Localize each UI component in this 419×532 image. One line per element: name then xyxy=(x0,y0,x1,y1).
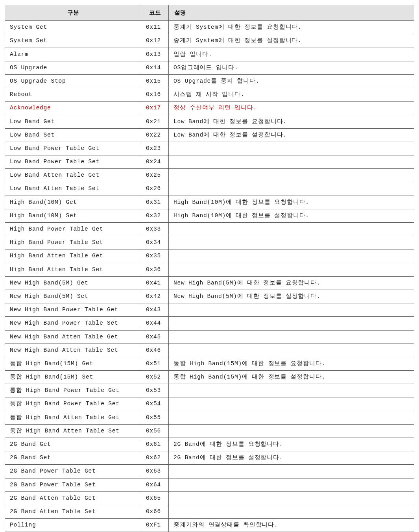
cell-code: 0x24 xyxy=(141,155,169,169)
cell-desc xyxy=(169,424,414,438)
table-row: New High Band(5M) Set0x42New High Band(5… xyxy=(5,290,414,303)
cell-gubun: New High Band Atten Table Get xyxy=(5,330,141,344)
table-row: High Band(10M) Get0x31High Band(10M)에 대한… xyxy=(5,196,414,209)
cell-code: 0x22 xyxy=(141,128,169,142)
cell-code: 0x55 xyxy=(141,411,169,424)
table-row: 2G Band Get0x612G Band에 대한 정보를 요청합니다. xyxy=(5,438,414,451)
cell-gubun: 통합 High Band(15M) Get xyxy=(5,357,141,370)
cell-code: 0x34 xyxy=(141,236,169,249)
cell-code: 0x61 xyxy=(141,438,169,451)
cell-desc xyxy=(169,263,414,276)
cell-code: 0x56 xyxy=(141,424,169,438)
cell-gubun: Acknowledge xyxy=(5,102,141,115)
cell-code: 0x33 xyxy=(141,223,169,236)
table-row: 2G Band Atten Table Set0x66 xyxy=(5,505,414,518)
table-row: High Band Power Table Set0x34 xyxy=(5,236,414,249)
cell-gubun: 통합 High Band Power Table Get xyxy=(5,384,141,397)
table-row: 통합 High Band(15M) Get0x51통합 High Band(15… xyxy=(5,357,414,370)
table-row: Low Band Get0x21Low Band에 대한 정보를 요청합니다. xyxy=(5,115,414,128)
cell-code: 0x52 xyxy=(141,371,169,384)
cell-code: 0x44 xyxy=(141,317,169,330)
table-row: 통합 High Band Atten Table Get0x55 xyxy=(5,411,414,424)
cell-desc: 중계기 System에 대한 정보를 요청합니다. xyxy=(169,21,414,34)
cell-gubun: New High Band(5M) Set xyxy=(5,290,141,303)
cell-desc xyxy=(169,330,414,344)
table-row: OS Upgrade Stop0x15OS Upgrade를 중지 합니다. xyxy=(5,74,414,88)
table-row: High Band Atten Table Get0x35 xyxy=(5,249,414,263)
cell-desc xyxy=(169,249,414,263)
cell-code: 0x53 xyxy=(141,384,169,397)
table-row: OS Upgrade0x14OS업그레이드 입니다. xyxy=(5,61,414,74)
cell-code: 0x42 xyxy=(141,290,169,303)
cell-gubun: Low Band Atten Table Get xyxy=(5,169,141,182)
table-row: New High Band Atten Table Get0x45 xyxy=(5,330,414,344)
cell-code: 0x46 xyxy=(141,344,169,357)
cell-desc: OS Upgrade를 중지 합니다. xyxy=(169,74,414,88)
cell-desc xyxy=(169,142,414,155)
cell-code: 0x25 xyxy=(141,169,169,182)
cell-desc xyxy=(169,169,414,182)
header-row: 구분 코드 설명 xyxy=(5,5,414,21)
cell-gubun: New High Band Power Table Set xyxy=(5,317,141,330)
cell-desc xyxy=(169,236,414,249)
cell-desc xyxy=(169,344,414,357)
table-row: High Band Power Table Get0x33 xyxy=(5,223,414,236)
table-row: 통합 High Band Power Table Get0x53 xyxy=(5,384,414,397)
cell-code: 0x62 xyxy=(141,451,169,465)
cell-gubun: 2G Band Atten Table Set xyxy=(5,505,141,518)
cell-gubun: System Set xyxy=(5,34,141,48)
cell-gubun: Low Band Power Table Set xyxy=(5,155,141,169)
cell-code: 0x23 xyxy=(141,142,169,155)
cell-gubun: Reboot xyxy=(5,88,141,102)
cell-code: 0x45 xyxy=(141,330,169,344)
cell-code: 0x31 xyxy=(141,196,169,209)
table-row: 2G Band Power Table Get0x63 xyxy=(5,465,414,478)
header-desc: 설명 xyxy=(169,5,414,21)
cell-gubun: System Get xyxy=(5,21,141,34)
cell-gubun: High Band Atten Table Set xyxy=(5,263,141,276)
cell-gubun: High Band(10M) Get xyxy=(5,196,141,209)
table-row: Polling0xF1중계기와의 연결상태를 확인합니다. xyxy=(5,519,414,532)
table-row: Reboot0x16시스템 재 시작 입니다. xyxy=(5,88,414,102)
cell-desc: Low Band에 대한 정보를 요청합니다. xyxy=(169,115,414,128)
cell-gubun: Polling xyxy=(5,519,141,532)
cell-code: 0x35 xyxy=(141,249,169,263)
cell-desc: 정상 수신여부 리턴 입니다. xyxy=(169,102,414,115)
cell-gubun: 2G Band Power Table Set xyxy=(5,478,141,491)
table-row: 통합 High Band Power Table Set0x54 xyxy=(5,397,414,411)
cell-desc: Low Band에 대한 정보를 설정합니다. xyxy=(169,128,414,142)
table-row: Alarm0x13알람 입니다. xyxy=(5,48,414,61)
cell-desc: High Band(10M)에 대한 정보를 요청합니다. xyxy=(169,196,414,209)
table-row: System Get0x11중계기 System에 대한 정보를 요청합니다. xyxy=(5,21,414,34)
table-row: Low Band Set0x22Low Band에 대한 정보를 설정합니다. xyxy=(5,128,414,142)
cell-gubun: High Band(10M) Set xyxy=(5,209,141,222)
cell-code: 0x66 xyxy=(141,505,169,518)
cell-code: 0xF1 xyxy=(141,519,169,532)
cell-code: 0x36 xyxy=(141,263,169,276)
table-row: Low Band Power Table Get0x23 xyxy=(5,142,414,155)
cell-gubun: 통합 High Band Atten Table Set xyxy=(5,424,141,438)
cell-desc xyxy=(169,317,414,330)
cell-gubun: New High Band(5M) Get xyxy=(5,276,141,290)
cell-code: 0x54 xyxy=(141,397,169,411)
cell-gubun: Low Band Power Table Get xyxy=(5,142,141,155)
cell-code: 0x65 xyxy=(141,491,169,505)
cell-gubun: Low Band Atten Table Set xyxy=(5,182,141,196)
page: 구분 코드 설명 System Get0x11중계기 System에 대한 정보… xyxy=(0,0,419,532)
cell-code: 0x26 xyxy=(141,182,169,196)
cell-gubun: Low Band Get xyxy=(5,115,141,128)
cell-desc: 시스템 재 시작 입니다. xyxy=(169,88,414,102)
table-row: 통합 High Band(15M) Set0x52통합 High Band(15… xyxy=(5,371,414,384)
cell-code: 0x64 xyxy=(141,478,169,491)
cell-gubun: 2G Band Atten Table Get xyxy=(5,491,141,505)
cell-desc: OS업그레이드 입니다. xyxy=(169,61,414,74)
table-row: New High Band Power Table Get0x43 xyxy=(5,303,414,317)
spec-table: 구분 코드 설명 System Get0x11중계기 System에 대한 정보… xyxy=(5,5,414,532)
cell-gubun: Low Band Set xyxy=(5,128,141,142)
cell-code: 0x21 xyxy=(141,115,169,128)
cell-desc: 통합 High Band(15M)에 대한 정보를 설정합니다. xyxy=(169,371,414,384)
cell-desc xyxy=(169,223,414,236)
cell-desc xyxy=(169,384,414,397)
table-row: System Set0x12중계기 System에 대한 정보를 설정합니다. xyxy=(5,34,414,48)
table-row: 2G Band Atten Table Get0x65 xyxy=(5,491,414,505)
